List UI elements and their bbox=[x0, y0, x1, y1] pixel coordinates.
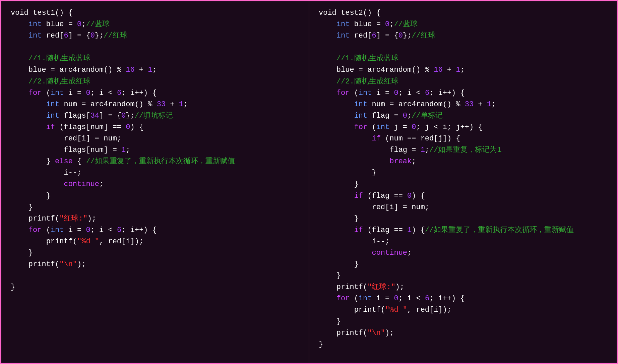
left-code: void test1() { int blue = 0;//蓝球 int red… bbox=[11, 7, 299, 293]
left-panel: void test1() { int blue = 0;//蓝球 int red… bbox=[1, 1, 309, 363]
right-code: void test2() { int blue = 0;//蓝球 int red… bbox=[319, 7, 607, 350]
main-container: void test1() { int blue = 0;//蓝球 int red… bbox=[0, 0, 618, 364]
right-panel: void test2() { int blue = 0;//蓝球 int red… bbox=[309, 1, 617, 363]
